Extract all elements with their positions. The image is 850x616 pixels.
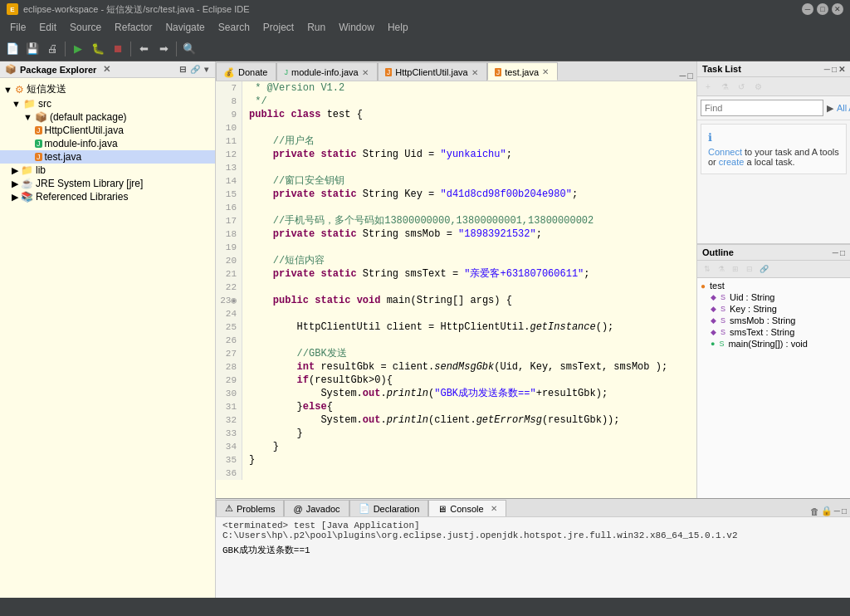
tab-donate[interactable]: 💰 Donate xyxy=(216,62,276,81)
task-settings-button[interactable]: ⚙ xyxy=(750,79,765,94)
tab-problems[interactable]: ⚠ Problems xyxy=(216,500,284,516)
link-editor-button[interactable]: 🔗 xyxy=(188,64,202,75)
tree-item-lib[interactable]: ▶ 📁 lib xyxy=(0,164,215,177)
console-maximize-button[interactable]: □ xyxy=(842,506,847,516)
minimize-editor-button[interactable]: ─ xyxy=(680,71,686,81)
task-list-title: Task List xyxy=(702,64,741,74)
tab-httpclientutil[interactable]: J HttpClientUtil.java ✕ xyxy=(378,62,487,81)
menu-file[interactable]: File xyxy=(3,20,32,35)
tab-test[interactable]: J test.java ✕ xyxy=(487,62,558,81)
line-num-22: 22 xyxy=(219,281,237,294)
outline-field-smstext[interactable]: ◆ S smsText : String xyxy=(697,326,850,338)
minimize-button[interactable]: ─ xyxy=(802,3,813,15)
menu-project[interactable]: Project xyxy=(256,20,300,35)
expand-icon: ▶ xyxy=(12,165,18,176)
menu-run[interactable]: Run xyxy=(300,20,332,35)
console-tab-close[interactable]: ✕ xyxy=(491,504,497,513)
outline-field-smsmob[interactable]: ◆ S smsMob : String xyxy=(697,315,850,326)
line-num-18: 18 xyxy=(219,227,237,241)
connect-text-2: a local task. xyxy=(746,157,794,167)
outline-method-main[interactable]: ● S main(String[]) : void xyxy=(697,338,850,350)
outline-collapse-button[interactable]: ⊟ xyxy=(743,262,756,276)
package-explorer-header: 📦 Package Explorer ✕ ⊟ 🔗 ▾ xyxy=(0,61,215,78)
tree-item-moduleinfo[interactable]: J module-info.java xyxy=(0,137,215,150)
menu-source[interactable]: Source xyxy=(63,20,108,35)
outline-expand-button[interactable]: ⊞ xyxy=(729,262,742,276)
tree-item-default-package[interactable]: ▼ 📦 (default package) xyxy=(0,110,215,124)
task-new-button[interactable]: + xyxy=(701,79,716,94)
toolbar: 📄 💾 🖨 ▶ 🐛 ⏹ ⬅ ➡ 🔍 xyxy=(0,37,850,61)
find-area: ▶ All Activ... xyxy=(697,96,850,120)
close-button[interactable]: ✕ xyxy=(832,3,843,15)
code-line-22 xyxy=(249,281,690,294)
console-clear-button[interactable]: 🗑 xyxy=(810,506,819,516)
create-link[interactable]: create xyxy=(719,157,745,167)
tree-item-project[interactable]: ▼ ⚙ 短信发送 xyxy=(0,81,215,97)
task-minimize-button[interactable]: ─ xyxy=(824,65,830,74)
outline-link-button[interactable]: 🔗 xyxy=(757,262,770,276)
stop-button[interactable]: ⏹ xyxy=(109,40,127,58)
tree-item-test[interactable]: J test.java xyxy=(0,150,215,164)
outline-minimize-button[interactable]: ─ xyxy=(833,248,838,257)
code-editor[interactable]: 7 8 9 10 11 12 13 14 15 16 17 18 xyxy=(216,81,696,498)
code-line-21: private static String smsText = "亲爱客+631… xyxy=(249,267,690,281)
line-num-25: 25 xyxy=(219,320,237,334)
tree-item-referenced-libraries[interactable]: ▶ 📚 Referenced Libraries xyxy=(0,190,215,203)
httpclient-tab-close[interactable]: ✕ xyxy=(471,68,478,77)
bottom-panel: ⚠ Problems @ Javadoc 📄 Declaration 🖥 Con… xyxy=(216,498,850,598)
maximize-editor-button[interactable]: □ xyxy=(687,71,693,81)
outline-class-test[interactable]: ● test xyxy=(697,280,850,291)
back-button[interactable]: ⬅ xyxy=(134,40,153,58)
pkg-menu-button[interactable]: ▾ xyxy=(203,64,210,75)
tab-moduleinfo[interactable]: J module-info.java ✕ xyxy=(276,62,377,81)
line-num-8: 8 xyxy=(219,95,237,108)
tree-item-jre[interactable]: ▶ ☕ JRE System Library [jre] xyxy=(0,177,215,190)
console-tab-label: Console xyxy=(450,504,483,514)
menu-search[interactable]: Search xyxy=(212,20,256,35)
code-line-32: System.out.println(client.getErrorMsg(re… xyxy=(249,413,690,427)
task-maximize-button[interactable]: □ xyxy=(832,65,837,74)
outline-field-uid[interactable]: ◆ S Uid : String xyxy=(697,291,850,303)
filter-all[interactable]: All xyxy=(837,103,847,113)
find-input[interactable] xyxy=(701,100,823,116)
menu-window[interactable]: Window xyxy=(332,20,381,35)
package-explorer-close-icon[interactable]: ✕ xyxy=(103,64,110,75)
tree-item-src[interactable]: ▼ 📁 src xyxy=(0,97,215,110)
console-minimize-button[interactable]: ─ xyxy=(834,506,840,516)
console-scroll-lock-button[interactable]: 🔒 xyxy=(821,506,833,516)
menu-navigate[interactable]: Navigate xyxy=(159,20,211,35)
print-button[interactable]: 🖨 xyxy=(43,40,61,58)
tree-item-httpclientutil[interactable]: J HttpClientUtil.java xyxy=(0,124,215,137)
outline-field-key[interactable]: ◆ S Key : String xyxy=(697,303,850,315)
outline-sort-button[interactable]: ⇅ xyxy=(701,262,714,276)
run-button[interactable]: ▶ xyxy=(69,40,87,58)
moduleinfo-tab-close[interactable]: ✕ xyxy=(362,68,369,77)
maximize-button[interactable]: □ xyxy=(817,3,828,15)
code-line-29: if(resultGbk>0){ xyxy=(249,374,690,387)
save-button[interactable]: 💾 xyxy=(23,40,42,58)
code-line-14: //窗口安全钥钥 xyxy=(249,174,690,188)
menu-help[interactable]: Help xyxy=(381,20,415,35)
outline-maximize-button[interactable]: □ xyxy=(840,248,845,257)
tab-javadoc[interactable]: @ Javadoc xyxy=(284,500,349,516)
tab-console[interactable]: 🖥 Console ✕ xyxy=(428,500,506,516)
task-sync-button[interactable]: ↺ xyxy=(734,79,749,94)
task-filter-button[interactable]: ⚗ xyxy=(717,79,732,94)
line-numbers: 7 8 9 10 11 12 13 14 15 16 17 18 xyxy=(216,81,242,480)
outline-smsmob-label: smsMob : String xyxy=(730,315,795,325)
outline-filter-button[interactable]: ⚗ xyxy=(715,262,728,276)
collapse-all-button[interactable]: ⊟ xyxy=(178,64,188,75)
task-close-button[interactable]: ✕ xyxy=(838,65,845,74)
new-button[interactable]: 📄 xyxy=(3,40,22,58)
menu-refactor[interactable]: Refactor xyxy=(108,20,159,35)
tab-declaration[interactable]: 📄 Declaration xyxy=(349,500,429,516)
menu-edit[interactable]: Edit xyxy=(32,20,63,35)
search-button[interactable]: 🔍 xyxy=(180,40,198,58)
test-tab-close[interactable]: ✕ xyxy=(542,67,549,76)
project-icon: ⚙ xyxy=(15,84,24,95)
outline-s-uid: S xyxy=(721,293,725,301)
debug-button[interactable]: 🐛 xyxy=(89,40,107,58)
outline-s-smstext: S xyxy=(721,328,725,336)
forward-button[interactable]: ➡ xyxy=(154,40,173,58)
connect-link[interactable]: Connect xyxy=(708,147,742,157)
